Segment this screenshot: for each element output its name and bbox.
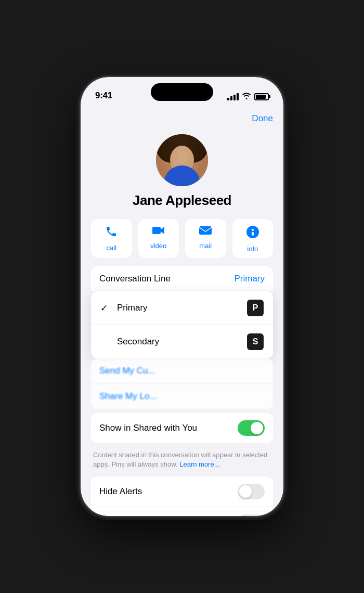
dynamic-island [151, 83, 213, 101]
alerts-group: Hide Alerts Send Read Receipts Share Foc… [91, 476, 273, 516]
primary-badge: P [247, 300, 264, 316]
dropdown-item-secondary[interactable]: ✓ Secondary S [91, 325, 273, 358]
send-contact-label: Send My Cu... [99, 366, 155, 376]
shared-with-you-label: Show in Shared with You [99, 423, 197, 433]
contact-name: Jane Appleseed [133, 192, 231, 209]
main-scroll[interactable]: Done Jane Appleseed [81, 105, 283, 516]
shared-with-you-toggle[interactable] [238, 420, 265, 436]
secondary-badge: S [247, 333, 264, 350]
checkmark-icon: ✓ [100, 303, 111, 314]
mail-icon [199, 225, 212, 239]
avatar [156, 134, 208, 186]
svg-rect-0 [152, 227, 161, 234]
video-button[interactable]: video [138, 219, 179, 258]
send-read-receipts-toggle[interactable] [238, 514, 265, 516]
status-icons [227, 92, 269, 101]
phone-frame: 9:41 Done [81, 77, 283, 516]
info-button[interactable]: info [232, 219, 274, 258]
shared-with-you-group: Show in Shared with You [91, 413, 273, 443]
send-contact-row[interactable]: Send My Cu... [91, 358, 273, 384]
hide-alerts-label: Hide Alerts [99, 486, 142, 497]
mail-button[interactable]: mail [185, 219, 226, 258]
screen: 9:41 Done [81, 77, 283, 516]
svg-rect-1 [199, 226, 212, 235]
dropdown-menu: ✓ Primary P ✓ Secondary S [91, 291, 273, 358]
blurred-rows: Send My Cu... Share My Lo... [91, 358, 273, 409]
info-icon [246, 225, 259, 242]
call-button[interactable]: call [91, 219, 132, 258]
conversation-line-row[interactable]: Conversation Line Primary [91, 266, 273, 291]
dropdown-item-primary[interactable]: ✓ Primary P [91, 291, 273, 325]
hide-alerts-toggle[interactable] [238, 484, 265, 499]
share-location-row[interactable]: Share My Lo... [91, 384, 273, 409]
sheet-header: Done [81, 105, 283, 128]
mail-label: mail [199, 242, 212, 250]
helper-text: Content shared in this conversation will… [81, 447, 283, 476]
action-buttons: call video [81, 219, 283, 258]
signal-icon [227, 93, 239, 100]
battery-icon [254, 93, 269, 100]
done-button[interactable]: Done [252, 113, 273, 124]
share-location-label: Share My Lo... [99, 391, 157, 402]
info-label: info [247, 245, 258, 253]
call-label: call [106, 244, 116, 252]
hide-alerts-row[interactable]: Hide Alerts [91, 476, 273, 507]
learn-more-link[interactable]: Learn more... [179, 460, 219, 468]
svg-point-3 [252, 229, 254, 231]
conversation-line-label: Conversation Line [99, 274, 171, 284]
contact-section: Jane Appleseed [81, 128, 283, 219]
conversation-line-value: Primary [234, 274, 265, 284]
svg-rect-4 [252, 232, 254, 236]
wifi-icon [242, 92, 251, 101]
shared-with-you-row[interactable]: Show in Shared with You [91, 413, 273, 443]
primary-label: Primary [117, 303, 148, 313]
secondary-label: Secondary [117, 337, 159, 347]
conversation-line-container: Conversation Line Primary ✓ Primary P [91, 266, 273, 358]
video-icon [152, 225, 165, 239]
status-time: 9:41 [95, 91, 112, 101]
video-label: video [150, 242, 166, 250]
call-icon [105, 225, 118, 241]
send-read-receipts-row[interactable]: Send Read Receipts [91, 507, 273, 516]
